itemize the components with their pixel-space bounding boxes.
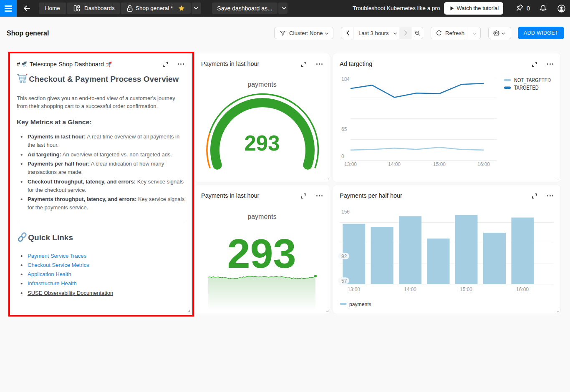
- svg-text:57: 57: [341, 278, 347, 284]
- svg-text:0: 0: [341, 153, 344, 159]
- svg-text:13:00: 13:00: [344, 161, 357, 167]
- svg-text:payments: payments: [349, 301, 371, 307]
- svg-text:14:00: 14:00: [388, 161, 401, 167]
- svg-text:TARGETED: TARGETED: [514, 84, 539, 91]
- svg-text:14:00: 14:00: [404, 286, 416, 292]
- svg-text:15:00: 15:00: [460, 286, 472, 292]
- svg-text:92: 92: [341, 254, 347, 259]
- svg-text:16:00: 16:00: [477, 161, 490, 167]
- svg-text:NOT_TARGETED: NOT_TARGETED: [514, 76, 551, 83]
- svg-text:16:00: 16:00: [516, 286, 529, 292]
- svg-text:184: 184: [341, 76, 350, 82]
- svg-text:156: 156: [341, 209, 350, 215]
- svg-text:65: 65: [341, 126, 347, 132]
- svg-text:13:00: 13:00: [348, 286, 360, 292]
- svg-text:15:00: 15:00: [433, 161, 446, 167]
